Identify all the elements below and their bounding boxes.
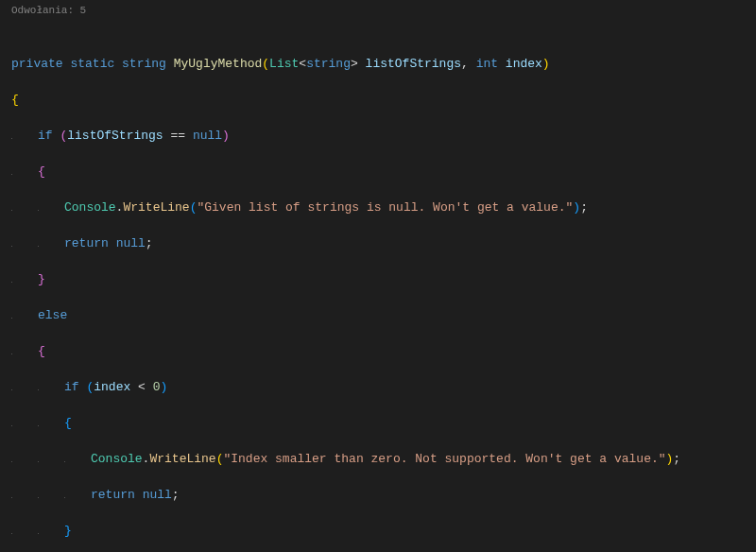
param-index: index	[506, 57, 542, 71]
code-line: private static string MyUglyMethod(List<…	[8, 55, 756, 73]
type-console: Console	[91, 452, 143, 466]
code-line: else	[8, 306, 756, 324]
code-line: Console.WriteLine("Given list of strings…	[8, 198, 756, 216]
brace-open: {	[11, 93, 19, 107]
keyword-null: null	[116, 236, 146, 250]
code-line: }	[8, 270, 756, 288]
semicolon: ;	[580, 200, 588, 215]
keyword-null: null	[193, 129, 222, 143]
angle-close: >	[351, 57, 358, 71]
paren-close: )	[542, 57, 550, 71]
keyword-return: return	[91, 488, 135, 502]
semicolon: ;	[172, 488, 180, 502]
var-listofstrings: listOfStrings	[67, 129, 163, 143]
keyword-string: string	[306, 57, 351, 71]
brace-open: {	[38, 344, 45, 358]
semicolon: ;	[146, 236, 153, 250]
method-writeline: WriteLine	[149, 452, 215, 466]
op-lt: <	[138, 380, 146, 394]
code-line: Console.WriteLine("Index smaller than ze…	[8, 450, 756, 468]
op-eq: ==	[170, 129, 185, 143]
paren-close: )	[161, 380, 168, 394]
keyword-static: static	[70, 57, 114, 71]
paren-close: )	[222, 129, 230, 143]
param-listofstrings: listOfStrings	[366, 57, 461, 71]
code-editor[interactable]: private static string MyUglyMethod(List<…	[8, 19, 756, 552]
type-list: List	[269, 57, 299, 71]
code-line: {	[8, 163, 756, 181]
code-line: {	[8, 414, 756, 432]
angle-open: <	[299, 57, 306, 71]
code-line: }	[8, 522, 756, 540]
keyword-int: int	[476, 57, 498, 71]
var-index: index	[94, 380, 130, 394]
paren-open: (	[262, 57, 269, 71]
keyword-if: if	[64, 380, 79, 394]
brace-close: }	[38, 272, 45, 286]
code-line: {	[8, 91, 756, 109]
code-line: return null;	[8, 486, 756, 504]
number-literal: 0	[153, 380, 161, 394]
brace-open: {	[64, 416, 72, 430]
string-literal: "Index smaller than zero. Not supported.…	[223, 452, 665, 466]
method-name: MyUglyMethod	[174, 57, 263, 71]
string-literal: "Given list of strings is null. Won't ge…	[197, 200, 573, 215]
code-line: if (index < 0)	[8, 378, 756, 396]
code-line: {	[8, 342, 756, 360]
comma: ,	[461, 57, 469, 71]
codelens-references[interactable]: Odwołania: 5	[8, 4, 756, 19]
code-line: if (listOfStrings == null)	[8, 127, 756, 145]
keyword-return: return	[64, 236, 109, 250]
type-console: Console	[64, 200, 116, 215]
method-writeline: WriteLine	[123, 200, 189, 215]
brace-open: {	[38, 164, 45, 179]
code-line: return null;	[8, 234, 756, 252]
keyword-null: null	[143, 488, 172, 502]
keyword-if: if	[38, 129, 53, 143]
brace-close: }	[64, 524, 72, 538]
keyword-else: else	[38, 308, 67, 322]
keyword-private: private	[11, 57, 63, 71]
paren-close: )	[573, 200, 580, 215]
keyword-string: string	[122, 57, 166, 71]
semicolon: ;	[673, 452, 680, 466]
